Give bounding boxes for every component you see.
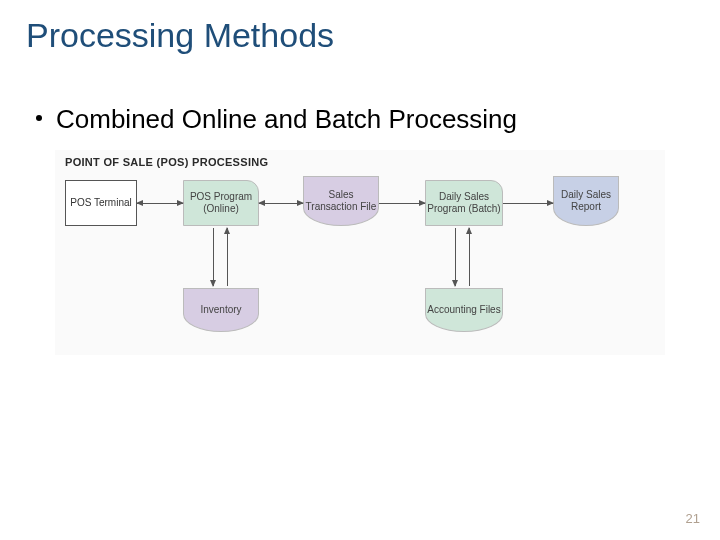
node-daily-sales-report: Daily Sales Report: [553, 176, 619, 226]
arrow-posprog-inventory-up: [227, 228, 228, 286]
page-number: 21: [686, 511, 700, 526]
bullet-line: Combined Online and Batch Processing: [36, 104, 517, 135]
pos-diagram: POINT OF SALE (POS) PROCESSING POS Termi…: [55, 150, 665, 355]
arrow-salesfile-dailyprog: [379, 203, 425, 204]
arrow-dailyprog-report: [503, 203, 553, 204]
diagram-heading: POINT OF SALE (POS) PROCESSING: [65, 156, 268, 168]
arrow-posterm-posprog: [137, 203, 183, 204]
node-daily-sales-program: Daily Sales Program (Batch): [425, 180, 503, 226]
arrow-dailyprog-accounting-down: [455, 228, 456, 286]
node-accounting-files: Accounting Files: [425, 288, 503, 332]
bullet-text: Combined Online and Batch Processing: [56, 104, 517, 134]
node-pos-program: POS Program (Online): [183, 180, 259, 226]
node-inventory: Inventory: [183, 288, 259, 332]
bullet-dot-icon: [36, 115, 42, 121]
slide-title: Processing Methods: [26, 16, 334, 55]
node-sales-transaction-file: Sales Transaction File: [303, 176, 379, 226]
arrow-posprog-inventory-down: [213, 228, 214, 286]
arrow-dailyprog-accounting-up: [469, 228, 470, 286]
node-pos-terminal: POS Terminal: [65, 180, 137, 226]
arrow-posprog-salesfile: [259, 203, 303, 204]
